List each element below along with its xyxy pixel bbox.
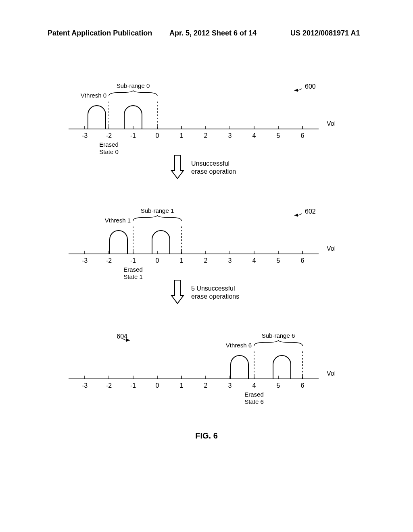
svg-text:5: 5 [277,132,280,139]
svg-text:1: 1 [180,132,184,139]
svg-text:5: 5 [277,382,280,389]
svg-text:State 0: State 0 [99,148,119,155]
svg-text:2: 2 [204,257,208,264]
svg-text:Unsuccessful: Unsuccessful [191,160,229,167]
svg-text:State 6: State 6 [244,398,264,405]
svg-text:erase operations: erase operations [191,293,239,300]
figure-area: -3-2-10123456VoltsVthresh 0Sub-range 0Er… [69,77,335,480]
svg-text:Erased: Erased [99,141,119,148]
svg-text:Sub-range 1: Sub-range 1 [141,207,174,214]
svg-text:602: 602 [305,208,316,215]
svg-text:6: 6 [301,132,305,139]
svg-text:600: 600 [305,83,316,90]
header-right: US 2012/0081971 A1 [290,29,360,37]
svg-text:-2: -2 [106,132,112,139]
svg-text:Sub-range 6: Sub-range 6 [262,332,295,339]
svg-text:-3: -3 [82,257,88,264]
svg-text:Volts: Volts [327,245,335,252]
diagram-svg: -3-2-10123456VoltsVthresh 0Sub-range 0Er… [69,77,335,480]
svg-text:Volts: Volts [327,370,335,377]
svg-text:-3: -3 [82,382,88,389]
svg-text:Vthresh 6: Vthresh 6 [226,342,252,349]
svg-text:3: 3 [228,132,232,139]
svg-text:-2: -2 [106,257,112,264]
svg-text:604: 604 [117,333,127,340]
svg-text:Vthresh 0: Vthresh 0 [81,92,106,99]
svg-text:4: 4 [252,382,256,389]
svg-text:4: 4 [252,257,256,264]
svg-text:0: 0 [156,257,159,264]
svg-text:6: 6 [301,382,305,389]
svg-text:-1: -1 [130,132,136,139]
svg-text:State 1: State 1 [123,273,143,280]
svg-text:5: 5 [277,257,280,264]
svg-text:1: 1 [180,257,184,264]
svg-text:0: 0 [156,382,159,389]
svg-text:erase operation: erase operation [191,168,236,175]
svg-text:2: 2 [204,132,208,139]
header-mid: Apr. 5, 2012 Sheet 6 of 14 [169,29,257,37]
svg-text:0: 0 [156,132,159,139]
svg-text:4: 4 [252,132,256,139]
svg-text:1: 1 [180,382,184,389]
svg-text:2: 2 [204,382,208,389]
header-left: Patent Application Publication [48,29,152,37]
svg-text:6: 6 [301,257,305,264]
svg-text:-1: -1 [130,257,136,264]
svg-text:3: 3 [228,257,232,264]
figure-label: FIG. 6 [0,431,413,441]
svg-text:Erased: Erased [244,391,264,398]
svg-text:-2: -2 [106,382,112,389]
svg-text:Volts: Volts [327,120,335,127]
svg-text:5 Unsuccessful: 5 Unsuccessful [191,285,235,292]
svg-text:-3: -3 [82,132,88,139]
svg-text:Vthresh 1: Vthresh 1 [105,217,131,224]
page: Patent Application Publication Apr. 5, 2… [0,0,413,532]
svg-text:Sub-range 0: Sub-range 0 [117,82,150,89]
svg-text:3: 3 [228,382,232,389]
svg-text:Erased: Erased [123,266,143,273]
svg-text:-1: -1 [130,382,136,389]
